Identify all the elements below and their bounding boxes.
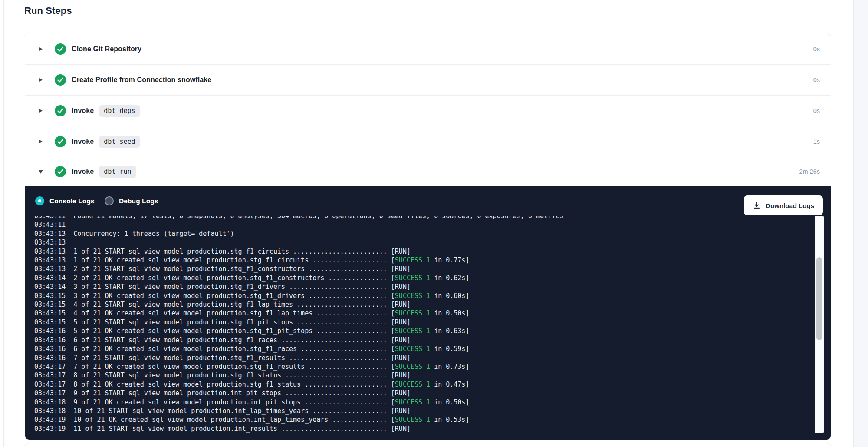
log-line: 03:43:17 8 of 21 OK created sql view mod… [34, 380, 811, 389]
log-success-status: SUCCESS 1 [395, 256, 430, 264]
step-label: Invoke [72, 107, 94, 115]
log-timestamp: 03:43:16 [34, 327, 66, 335]
log-timestamp: 03:43:17 [34, 363, 66, 371]
log-timestamp: 03:43:14 [34, 283, 66, 291]
log-timestamp: 03:43:14 [34, 274, 66, 282]
log-timestamp: 03:43:13 [34, 238, 66, 246]
log-success-status: SUCCESS 1 [395, 292, 430, 300]
log-line: 03:43:16 6 of 21 OK created sql view mod… [34, 344, 811, 353]
log-status-detail: in 0.50s] [430, 309, 469, 317]
log-timestamp: 03:43:15 [34, 301, 66, 308]
step-status-icon [44, 105, 66, 116]
log-line: 03:43:11 Found 21 models, 17 tests, 0 sn… [34, 216, 811, 220]
step-command-chip: dbt seed [99, 136, 140, 148]
log-message: 6 of 21 OK created sql view model produc… [66, 345, 395, 353]
log-line: 03:43:19 11 of 21 START sql view model p… [34, 424, 811, 433]
console-logs-label: Console Logs [49, 197, 95, 205]
chevron-right-icon[interactable] [39, 139, 44, 144]
log-success-status: SUCCESS 1 [395, 274, 430, 282]
console-scrollbar-track[interactable] [815, 216, 824, 433]
step-list: Clone Git Repository0sCreate Profile fro… [25, 33, 831, 186]
step-row[interactable]: Invokedbt run2m 26s [25, 157, 831, 186]
left-divider [3, 0, 4, 447]
debug-logs-radio[interactable]: Debug Logs [105, 186, 158, 216]
log-message: 1 of 21 START sql view model production.… [66, 248, 411, 255]
check-circle-icon [55, 136, 66, 147]
log-message: 4 of 21 START sql view model production.… [66, 301, 411, 308]
log-line: 03:43:17 9 of 21 START sql view model pr… [34, 389, 811, 397]
debug-logs-label: Debug Logs [119, 197, 158, 205]
log-timestamp: 03:43:13 [34, 256, 66, 264]
log-line: 03:43:13 2 of 21 START sql view model pr… [34, 265, 811, 273]
step-duration: 0s [813, 76, 820, 83]
step-command-chip: dbt run [99, 166, 136, 178]
step-row[interactable]: Invokedbt seed1s [25, 126, 831, 157]
log-timestamp: 03:43:11 [34, 221, 66, 228]
log-success-status: SUCCESS 1 [395, 416, 430, 424]
log-message: Found 21 models, 17 tests, 0 snapshots, … [66, 216, 563, 220]
log-message: 10 of 21 START sql view model production… [66, 407, 411, 415]
step-row[interactable]: Clone Git Repository0s [25, 33, 831, 64]
log-timestamp: 03:43:17 [34, 371, 66, 379]
log-line: 03:43:13 1 of 21 START sql view model pr… [34, 247, 811, 256]
log-timestamp: 03:43:18 [34, 398, 66, 406]
chevron-right-icon[interactable] [39, 78, 44, 82]
log-message: 5 of 21 OK created sql view model produc… [66, 327, 395, 335]
log-message: 7 of 21 START sql view model production.… [66, 354, 411, 362]
log-success-status: SUCCESS 1 [395, 381, 430, 388]
log-status-detail: in 0.63s] [430, 327, 469, 335]
step-duration: 0s [813, 46, 820, 53]
log-line: 03:43:16 7 of 21 START sql view model pr… [34, 354, 811, 362]
log-message: 9 of 21 START sql view model production.… [66, 389, 411, 397]
log-line: 03:43:15 4 of 21 START sql view model pr… [34, 300, 811, 309]
step-label: Invoke [72, 138, 94, 146]
log-line: 03:43:13 Concurrency: 1 threads (target=… [34, 229, 811, 238]
log-line: 03:43:15 4 of 21 OK created sql view mod… [34, 309, 811, 318]
page-title: Run Steps [24, 5, 72, 17]
check-circle-icon [55, 43, 66, 55]
chevron-right-icon[interactable] [39, 47, 44, 51]
console-panel: Console Logs Debug Logs Download Logs 03… [25, 186, 831, 440]
log-status-detail: in 0.53s] [430, 416, 469, 424]
radio-selected-icon[interactable] [35, 196, 44, 205]
log-status-detail: in 0.73s] [430, 363, 469, 371]
chevron-right-icon[interactable] [39, 109, 44, 113]
log-line: 03:43:13 1 of 21 OK created sql view mod… [34, 256, 811, 265]
console-scrollbar-thumb[interactable] [816, 257, 822, 340]
log-success-status: SUCCESS 1 [395, 327, 430, 335]
console-logs-radio[interactable]: Console Logs [35, 186, 95, 216]
check-circle-icon [55, 166, 66, 177]
log-status-detail: in 0.62s] [430, 274, 469, 282]
check-circle-icon [55, 105, 66, 116]
log-status-detail: in 0.47s] [430, 381, 469, 388]
console-controls: Console Logs Debug Logs Download Logs [25, 186, 831, 216]
step-duration: 1s [813, 138, 820, 145]
chevron-down-icon[interactable] [39, 170, 44, 174]
log-line: 03:43:18 10 of 21 START sql view model p… [34, 407, 811, 415]
download-logs-button[interactable]: Download Logs [744, 195, 823, 215]
log-timestamp: 03:43:15 [34, 292, 66, 300]
log-timestamp: 03:43:16 [34, 354, 66, 362]
log-line: 03:43:19 10 of 21 OK created sql view mo… [34, 415, 811, 424]
log-message: 8 of 21 START sql view model production.… [66, 371, 411, 379]
step-label: Create Profile from Connection snowflake [72, 76, 211, 84]
log-timestamp: 03:43:16 [34, 345, 66, 353]
log-success-status: SUCCESS 1 [395, 345, 430, 353]
log-timestamp: 03:43:19 [34, 416, 66, 424]
step-row[interactable]: Create Profile from Connection snowflake… [25, 64, 831, 95]
log-status-detail: in 0.59s] [430, 345, 469, 353]
log-message: 2 of 21 START sql view model production.… [66, 265, 411, 273]
radio-unselected-icon[interactable] [105, 196, 114, 205]
log-line: 03:43:18 9 of 21 OK created sql view mod… [34, 398, 811, 407]
log-message: 6 of 21 START sql view model production.… [66, 336, 411, 344]
log-line: 03:43:13 [34, 238, 811, 247]
page-scroll-gutter[interactable] [853, 0, 868, 447]
step-row[interactable]: Invokedbt deps0s [25, 95, 831, 126]
log-line: 03:43:15 5 of 21 START sql view model pr… [34, 318, 811, 327]
log-status-detail: in 0.77s] [430, 256, 469, 264]
console-log-output[interactable]: 03:43:11 Found 21 models, 17 tests, 0 sn… [34, 216, 811, 433]
step-status-icon [44, 43, 66, 55]
log-line: 03:43:16 6 of 21 START sql view model pr… [34, 336, 811, 344]
log-timestamp: 03:43:17 [34, 381, 66, 388]
log-message: 11 of 21 START sql view model production… [66, 425, 411, 433]
